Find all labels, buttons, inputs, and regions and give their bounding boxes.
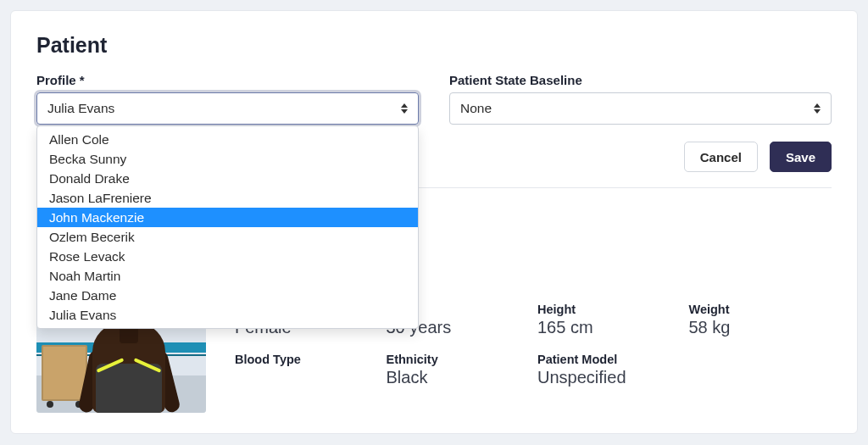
- info-blood-type-label: Blood Type: [235, 353, 378, 366]
- profile-option[interactable]: Jason LaFreniere: [37, 188, 418, 208]
- cancel-button[interactable]: Cancel: [684, 142, 758, 172]
- info-patient-model: Patient Model Unspecified: [537, 353, 681, 387]
- form-row: Profile * Julia Evans Allen ColeBecka Su…: [36, 73, 832, 125]
- baseline-select[interactable]: None: [449, 92, 832, 125]
- sort-icon: [401, 103, 408, 114]
- profile-field: Profile * Julia Evans Allen ColeBecka Su…: [36, 73, 419, 125]
- info-empty-cell: [689, 353, 832, 387]
- info-height-value: 165 cm: [537, 318, 681, 337]
- info-patient-model-label: Patient Model: [537, 353, 681, 366]
- info-height: Height 165 cm: [537, 303, 681, 337]
- baseline-field: Patient State Baseline None: [449, 73, 832, 125]
- profile-option[interactable]: Jane Dame: [37, 286, 418, 305]
- info-ethnicity-value: Black: [387, 368, 530, 387]
- info-blood-type: Blood Type: [235, 353, 378, 387]
- sort-icon: [814, 103, 821, 114]
- info-patient-model-value: Unspecified: [537, 368, 681, 387]
- info-height-label: Height: [537, 303, 681, 316]
- save-button[interactable]: Save: [770, 142, 832, 172]
- profile-dropdown[interactable]: Allen ColeBecka SunnyDonald DrakeJason L…: [36, 125, 419, 329]
- info-weight: Weight 58 kg: [689, 303, 832, 337]
- info-ethnicity-label: Ethnicity: [387, 353, 530, 366]
- page-title: Patient: [36, 33, 832, 58]
- profile-option[interactable]: Noah Martin: [37, 266, 418, 286]
- baseline-select-value: None: [460, 101, 492, 116]
- info-weight-value: 58 kg: [689, 318, 832, 337]
- profile-option[interactable]: Becka Sunny: [37, 149, 418, 169]
- profile-label: Profile *: [36, 73, 419, 87]
- profile-option[interactable]: Allen Cole: [37, 130, 418, 149]
- info-weight-label: Weight: [689, 303, 832, 316]
- info-ethnicity: Ethnicity Black: [387, 353, 530, 387]
- profile-option[interactable]: Rose Levack: [37, 247, 418, 266]
- profile-option[interactable]: Julia Evans: [37, 305, 418, 325]
- patient-card: Patient Profile * Julia Evans Allen Cole…: [10, 10, 858, 434]
- profile-select[interactable]: Julia Evans: [36, 92, 419, 125]
- profile-option[interactable]: Ozlem Becerik: [37, 227, 418, 247]
- profile-option[interactable]: John Mackenzie: [37, 208, 418, 227]
- baseline-label: Patient State Baseline: [449, 73, 832, 87]
- profile-select-value: Julia Evans: [47, 101, 114, 116]
- profile-option[interactable]: Donald Drake: [37, 169, 418, 188]
